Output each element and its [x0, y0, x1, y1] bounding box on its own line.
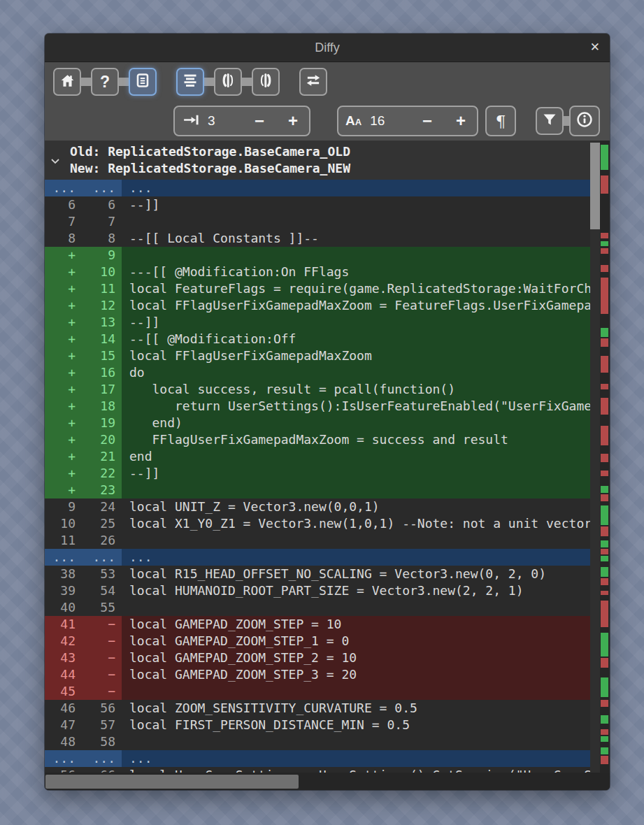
- font-size-increase-button[interactable]: +: [456, 113, 466, 129]
- diff-overview-minimap[interactable]: [600, 141, 609, 773]
- minimap-deleted-marker: [601, 601, 608, 627]
- code-line: [122, 213, 590, 230]
- tab-size-decrease-button[interactable]: −: [255, 113, 264, 129]
- diff-row-add: +10---[[ @Modification:On FFlags: [45, 264, 590, 280]
- old-line-number: 46: [45, 700, 76, 717]
- minimap-added-marker: [601, 677, 608, 697]
- skipped-lines-row[interactable]: .........: [45, 549, 590, 566]
- code-line: [122, 733, 590, 750]
- old-line-number: +: [45, 280, 76, 297]
- diff-row-ctx: 4757local FIRST_PERSON_DISTANCE_MIN = 0.…: [45, 717, 590, 733]
- diff-row-add: +9: [45, 247, 590, 264]
- code-line: end): [122, 415, 590, 431]
- new-line-number: 21: [76, 448, 115, 465]
- old-line-number: 44: [45, 666, 76, 683]
- code-line: local GAMEPAD_ZOOM_STEP_2 = 10: [122, 650, 590, 666]
- help-button[interactable]: ?: [91, 68, 119, 96]
- font-size-icon: AA: [345, 113, 362, 129]
- old-line-number: ...: [45, 180, 76, 196]
- collapse-chevron-icon[interactable]: [50, 155, 61, 166]
- old-line-number: 10: [45, 515, 76, 532]
- code-line: local HUMANOID_ROOT_PART_SIZE = Vector3.…: [122, 582, 590, 599]
- font-size-decrease-button[interactable]: −: [422, 113, 432, 129]
- tab-size-icon: [182, 111, 199, 131]
- old-file-label: Old: ReplicatedStorage.BaseCamera_OLD: [45, 143, 590, 160]
- new-line-number: −: [76, 666, 115, 683]
- old-line-number: +: [45, 247, 76, 264]
- old-line-number: +: [45, 264, 76, 280]
- diff-row-add: +15local FFlagUserFixGamepadMaxZoom: [45, 347, 590, 364]
- old-line-number: 56: [45, 767, 76, 773]
- diff-row-ctx: 66--]]: [45, 196, 590, 213]
- split-left-icon: [220, 72, 236, 92]
- code-line: end: [122, 448, 590, 465]
- old-line-number: +: [45, 415, 76, 431]
- code-line: local FIRST_PERSON_DISTANCE_MIN = 0.5: [122, 717, 590, 733]
- code-line: local FeatureFlags = require(game.Replic…: [122, 280, 590, 297]
- minimap-added-marker: [601, 486, 608, 493]
- code-line: local FFlagUserFixGamepadMaxZoom = Featu…: [122, 297, 590, 314]
- code-line: do: [122, 364, 590, 381]
- minimap-deleted-marker: [601, 549, 608, 554]
- horizontal-scrollbar[interactable]: [45, 773, 610, 790]
- diff-row-ctx: 4055: [45, 599, 590, 616]
- split-view-right-button[interactable]: [252, 68, 280, 96]
- tab-size-value: 3: [208, 113, 215, 129]
- code-line: ...: [122, 180, 590, 196]
- diff-row-ctx: 88--[[ Local Constants ]]--: [45, 230, 590, 247]
- diff-row-ctx: 924local UNIT_Z = Vector3.new(0,0,1): [45, 498, 590, 515]
- code-line: --[[ @Modification:Off: [122, 331, 590, 347]
- minimap-deleted-marker: [601, 426, 608, 445]
- code-line: --[[ Local Constants ]]--: [122, 230, 590, 247]
- old-line-number: 38: [45, 566, 76, 582]
- code-line: --]]: [122, 196, 590, 213]
- unified-view-icon: [182, 72, 199, 92]
- skipped-lines-row[interactable]: .........: [45, 180, 590, 196]
- new-line-number: 24: [76, 498, 115, 515]
- diff-row-del: 44−local GAMEPAD_ZOOM_STEP_3 = 20: [45, 666, 590, 683]
- diff-panel: Old: ReplicatedStorage.BaseCamera_OLD Ne…: [45, 141, 610, 790]
- old-line-number: 11: [45, 532, 76, 549]
- old-line-number: 40: [45, 599, 76, 616]
- horizontal-scrollbar-thumb[interactable]: [45, 775, 299, 789]
- new-line-number: 53: [76, 566, 115, 582]
- new-file-label: New: ReplicatedStorage.BaseCamera_NEW: [45, 160, 590, 177]
- tab-size-control: 3 − +: [173, 106, 310, 136]
- new-line-number: 12: [76, 297, 115, 314]
- minimap-deleted-marker: [601, 471, 608, 476]
- minimap-added-marker: [601, 567, 608, 577]
- code-line: local FFlagUserFixGamepadMaxZoom: [122, 347, 590, 364]
- diff-row-del: 42−local GAMEPAD_ZOOM_STEP_1 = 0: [45, 633, 590, 650]
- old-line-number: 9: [45, 498, 76, 515]
- info-button[interactable]: [569, 106, 600, 136]
- code-line: FFlagUserFixGamepadMaxZoom = success and…: [122, 431, 590, 448]
- code-line: local GAMEPAD_ZOOM_STEP_1 = 0: [122, 633, 590, 650]
- code-line: [122, 683, 590, 700]
- filter-button[interactable]: [536, 107, 564, 135]
- script-diff-button[interactable]: [129, 68, 157, 96]
- code-line: local success, result = pcall(function(): [122, 381, 590, 398]
- vertical-scrollbar[interactable]: [590, 141, 600, 773]
- tab-size-increase-button[interactable]: +: [288, 113, 298, 129]
- skipped-lines-row[interactable]: .........: [45, 750, 590, 767]
- swap-sides-button[interactable]: [299, 68, 327, 96]
- vertical-scrollbar-thumb[interactable]: [590, 143, 600, 229]
- home-button[interactable]: [53, 68, 81, 96]
- code-line: return UserSettings():IsUserFeatureEnabl…: [122, 398, 590, 415]
- diff-row-ctx: 3954local HUMANOID_ROOT_PART_SIZE = Vect…: [45, 582, 590, 599]
- code-line: --]]: [122, 314, 590, 331]
- new-line-number: ...: [76, 180, 115, 196]
- unified-view-button[interactable]: [176, 68, 204, 96]
- diff-row-ctx: 77: [45, 213, 590, 230]
- minimap-deleted-marker: [601, 265, 608, 272]
- whitespace-toggle-button[interactable]: ¶: [485, 106, 516, 136]
- minimap-deleted-marker: [601, 278, 608, 314]
- home-icon: [59, 72, 76, 92]
- diff-row-add: +17 local success, result = pcall(functi…: [45, 381, 590, 398]
- view-mode-buttons: ?: [45, 62, 610, 101]
- close-icon[interactable]: ✕: [590, 34, 600, 62]
- old-line-number: 47: [45, 717, 76, 733]
- old-line-number: 39: [45, 582, 76, 599]
- split-view-left-button[interactable]: [214, 68, 242, 96]
- new-line-number: 66: [76, 767, 115, 773]
